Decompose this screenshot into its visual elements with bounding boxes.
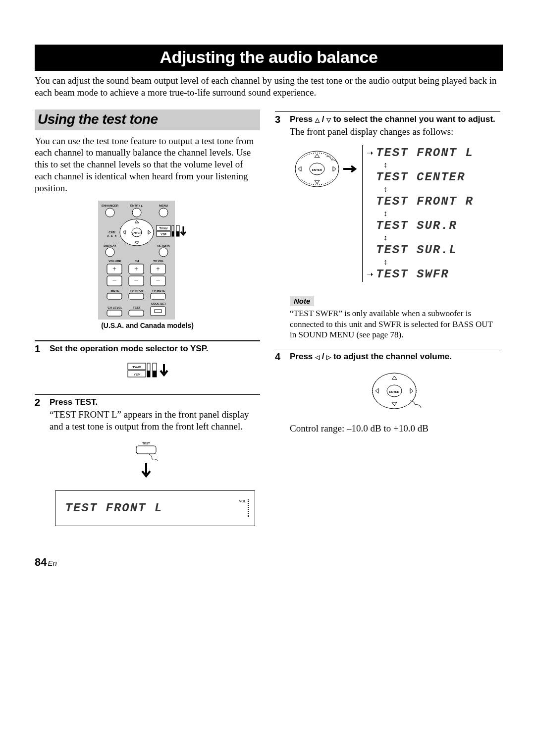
svg-text:CH: CH (134, 260, 139, 263)
svg-text:ENTER: ENTER (389, 390, 399, 393)
remote-illustration: ENHANCER ENTRY▲ MENU ENTER CAT/A–E ◄ TV/… (98, 201, 197, 320)
svg-text:CH LEVEL: CH LEVEL (107, 306, 122, 309)
svg-rect-47 (151, 307, 165, 316)
dpad-leftright-illustration: ENTER (366, 368, 425, 418)
dpad-updown-illustration: ENTER (290, 145, 359, 195)
svg-text:YSP: YSP (160, 233, 166, 236)
svg-rect-16 (172, 231, 174, 236)
svg-text:ENTER: ENTER (312, 168, 322, 171)
svg-text:+: + (156, 265, 160, 272)
svg-text:TV VOL: TV VOL (153, 260, 164, 263)
svg-rect-39 (107, 293, 122, 299)
svg-point-6 (159, 208, 168, 217)
step-2-body: “TEST FRONT L” appears in the front pane… (50, 409, 260, 432)
step-4-heading: Press ◁ / ▷ to adjust the channel volume… (290, 351, 500, 362)
svg-text:DISPLAY: DISPLAY (104, 244, 116, 247)
step-2-heading: Press TEST. (50, 397, 260, 408)
page-footer: 84En (35, 556, 503, 569)
vol-indicator: VOL (239, 499, 248, 517)
svg-text:+: + (134, 265, 138, 272)
svg-text:CODE SET: CODE SET (151, 302, 166, 305)
note-text: “TEST SWFR” is only available when a sub… (290, 308, 500, 340)
svg-text:MUTE: MUTE (110, 289, 119, 292)
svg-rect-40 (129, 293, 144, 299)
step-1-heading: Set the operation mode selector to YSP. (50, 343, 260, 354)
svg-text:TV/AV: TV/AV (132, 366, 141, 369)
svg-text:−: − (112, 276, 116, 284)
svg-point-18 (106, 248, 114, 257)
section-title: Using the test tone (35, 109, 260, 130)
step-number: 4 (275, 351, 285, 434)
svg-rect-60 (136, 446, 156, 454)
note-label: Note (290, 296, 314, 306)
svg-text:YSP: YSP (133, 373, 139, 376)
svg-rect-50 (176, 231, 179, 236)
svg-text:ENTRY▲: ENTRY▲ (130, 204, 143, 207)
control-range: Control range: –10.0 dB to +10.0 dB (290, 423, 500, 434)
chapter-banner: Adjusting the audio balance (35, 45, 503, 71)
selector-illustration: TV/AV YSP (125, 358, 185, 385)
right-column: 3 Press △ / ▽ to select the channel you … (275, 109, 500, 526)
step-2: 2 Press TEST. “TEST FRONT L” appears in … (35, 397, 260, 526)
step-number: 3 (275, 114, 285, 340)
svg-text:−: − (156, 276, 160, 284)
svg-rect-58 (153, 371, 157, 377)
svg-text:VOLUME: VOLUME (108, 260, 121, 263)
remote-caption: (U.S.A. and Canada models) (35, 322, 260, 329)
front-panel-display: TEST FRONT L VOL (55, 490, 255, 526)
svg-rect-45 (107, 310, 122, 316)
svg-point-4 (132, 208, 141, 217)
svg-text:CAT/A–E ◄: CAT/A–E ◄ (107, 231, 116, 237)
svg-text:+: + (112, 265, 116, 272)
svg-text:RETURN: RETURN (157, 244, 169, 247)
step-number: 2 (35, 397, 45, 526)
step-3: 3 Press △ / ▽ to select the channel you … (275, 114, 500, 340)
divider (275, 111, 500, 112)
divider (35, 394, 260, 395)
step-4: 4 Press ◁ / ▷ to adjust the channel volu… (275, 351, 500, 434)
test-button-illustration: TEST (125, 439, 185, 486)
two-columns: Using the test tone You can use the test… (35, 109, 503, 526)
step-number: 1 (35, 343, 45, 385)
svg-text:TV/AV: TV/AV (159, 227, 167, 230)
svg-text:TEST: TEST (133, 306, 141, 309)
svg-point-2 (106, 208, 114, 217)
step-1: 1 Set the operation mode selector to YSP… (35, 343, 260, 385)
page-number: 84 (35, 556, 47, 568)
step-3-body: The front panel display changes as follo… (290, 126, 500, 138)
svg-text:TV MUTE: TV MUTE (152, 289, 164, 292)
page-lang: En (48, 559, 56, 567)
svg-rect-46 (129, 310, 144, 316)
page: Adjusting the audio balance You can adju… (0, 0, 535, 584)
display-text: TEST FRONT L (65, 501, 163, 515)
svg-rect-56 (147, 371, 150, 377)
svg-text:MENU: MENU (159, 204, 168, 207)
svg-text:ENTER: ENTER (131, 231, 142, 234)
svg-rect-41 (151, 293, 165, 299)
svg-text:TEST: TEST (142, 442, 150, 445)
svg-text:−: − (134, 276, 138, 284)
channel-sequence: ➝TEST FRONT L ↕ ➝TEST CENTER ↕ ➝TEST FRO… (362, 145, 474, 282)
left-column: Using the test tone You can use the test… (35, 109, 260, 526)
svg-point-20 (159, 248, 168, 257)
divider (275, 349, 500, 349)
step-3-heading: Press △ / ▽ to select the channel you wa… (290, 114, 500, 125)
intro-text: You can adjust the sound beam output lev… (35, 75, 503, 99)
svg-text:ENHANCER: ENHANCER (101, 204, 118, 207)
divider (35, 340, 260, 341)
svg-text:TV INPUT: TV INPUT (130, 289, 144, 292)
testtone-intro: You can use the test tone feature to out… (35, 135, 260, 194)
